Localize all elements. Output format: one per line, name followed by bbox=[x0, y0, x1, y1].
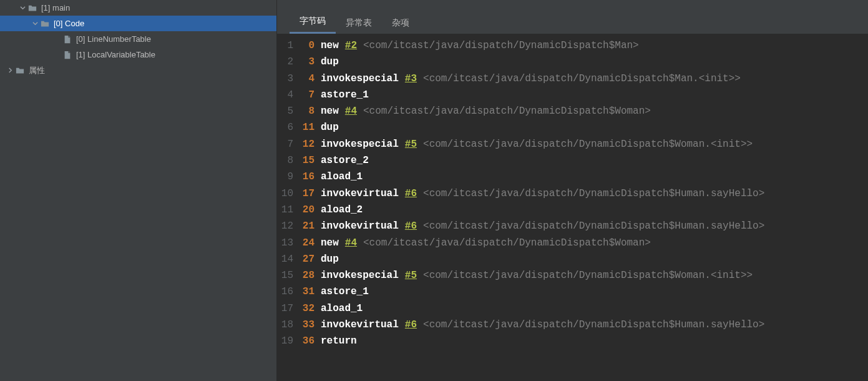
tab[interactable]: 异常表 bbox=[336, 14, 382, 34]
sidebar: [1] main[0] Code[0] LineNumberTable[1] L… bbox=[0, 0, 277, 381]
tree-item[interactable]: 属性 bbox=[0, 62, 276, 78]
tree-item[interactable]: [0] LineNumberTable bbox=[0, 31, 276, 47]
tree-item-label: 属性 bbox=[29, 65, 45, 76]
bytecode-comment: <com/itcast/java/dispatch/DynamicDispatc… bbox=[423, 218, 764, 234]
code-line[interactable]: 1221invokevirtual#6<com/itcast/java/disp… bbox=[277, 218, 868, 234]
tree-item[interactable]: [1] LocalVariableTable bbox=[0, 47, 276, 62]
tab[interactable]: 杂项 bbox=[382, 14, 419, 34]
code-line[interactable]: 1833invokevirtual#6<com/itcast/java/disp… bbox=[277, 317, 868, 333]
line-number: 11 bbox=[277, 202, 298, 218]
code-line[interactable]: 47astore_1 bbox=[277, 87, 868, 103]
bytecode-address: 0 bbox=[298, 37, 321, 54]
line-number: 1 bbox=[277, 37, 298, 54]
constant-pool-ref[interactable]: #6 bbox=[405, 317, 417, 333]
code-line[interactable]: 712invokespecial#5<com/itcast/java/dispa… bbox=[277, 136, 868, 152]
line-number: 19 bbox=[277, 333, 298, 349]
code-line[interactable]: 34invokespecial#3<com/itcast/java/dispat… bbox=[277, 71, 868, 87]
code-line[interactable]: 1427dup bbox=[277, 251, 868, 267]
bytecode-address: 27 bbox=[298, 251, 321, 267]
code-line[interactable]: 10new#2<com/itcast/java/dispatch/Dynamic… bbox=[277, 37, 868, 54]
tree-item[interactable]: [1] main bbox=[0, 0, 276, 16]
bytecode-opcode: invokespecial bbox=[321, 136, 399, 152]
bytecode-view[interactable]: 10new#2<com/itcast/java/dispatch/Dynamic… bbox=[277, 34, 868, 381]
constant-pool-ref[interactable]: #6 bbox=[405, 218, 417, 234]
chevron-down-icon[interactable] bbox=[17, 5, 27, 11]
file-tree: [1] main[0] Code[0] LineNumberTable[1] L… bbox=[0, 0, 276, 78]
code-line[interactable]: 1324new#4<com/itcast/java/dispatch/Dynam… bbox=[277, 235, 868, 251]
bytecode-opcode: astore_1 bbox=[321, 87, 369, 103]
bytecode-comment: <com/itcast/java/dispatch/DynamicDispatc… bbox=[423, 71, 741, 87]
bytecode-opcode: aload_2 bbox=[321, 202, 363, 218]
chevron-down-icon[interactable] bbox=[30, 21, 40, 26]
tree-item[interactable]: [0] Code bbox=[0, 16, 276, 31]
bytecode-comment: <com/itcast/java/dispatch/DynamicDispatc… bbox=[363, 235, 651, 251]
code-line[interactable]: 916aload_1 bbox=[277, 169, 868, 185]
line-number: 17 bbox=[277, 300, 298, 317]
bytecode-address: 21 bbox=[298, 218, 321, 234]
bytecode-address: 28 bbox=[298, 267, 321, 284]
line-number: 12 bbox=[277, 218, 298, 234]
code-line[interactable]: 1936return bbox=[277, 333, 868, 349]
bytecode-opcode: invokevirtual bbox=[321, 218, 399, 234]
bytecode-opcode: astore_1 bbox=[321, 284, 369, 300]
file-icon bbox=[62, 50, 72, 60]
code-line[interactable]: 1732aload_1 bbox=[277, 300, 868, 317]
code-line[interactable]: 58new#4<com/itcast/java/dispatch/Dynamic… bbox=[277, 103, 868, 119]
tab-bar: 字节码异常表杂项 bbox=[277, 0, 868, 34]
bytecode-opcode: new bbox=[321, 103, 339, 119]
code-line[interactable]: 1631astore_1 bbox=[277, 284, 868, 300]
main-panel: 字节码异常表杂项 10new#2<com/itcast/java/dispatc… bbox=[277, 0, 868, 381]
chevron-right-icon[interactable] bbox=[5, 67, 15, 73]
line-number: 9 bbox=[277, 169, 298, 185]
bytecode-address: 33 bbox=[298, 317, 321, 333]
bytecode-address: 4 bbox=[298, 71, 321, 87]
bytecode-opcode: dup bbox=[321, 251, 339, 267]
bytecode-address: 16 bbox=[298, 169, 321, 185]
line-number: 16 bbox=[277, 284, 298, 300]
bytecode-opcode: invokespecial bbox=[321, 267, 399, 284]
bytecode-address: 11 bbox=[298, 119, 321, 136]
bytecode-opcode: aload_1 bbox=[321, 300, 363, 317]
constant-pool-ref[interactable]: #4 bbox=[345, 103, 357, 119]
constant-pool-ref[interactable]: #3 bbox=[405, 71, 417, 87]
constant-pool-ref[interactable]: #5 bbox=[405, 136, 417, 152]
constant-pool-ref[interactable]: #6 bbox=[405, 186, 417, 202]
constant-pool-ref[interactable]: #2 bbox=[345, 37, 357, 54]
line-number: 4 bbox=[277, 87, 298, 103]
bytecode-comment: <com/itcast/java/dispatch/DynamicDispatc… bbox=[363, 103, 651, 119]
bytecode-opcode: astore_2 bbox=[321, 152, 369, 169]
line-number: 10 bbox=[277, 186, 298, 202]
line-number: 18 bbox=[277, 317, 298, 333]
constant-pool-ref[interactable]: #5 bbox=[405, 267, 417, 284]
bytecode-address: 31 bbox=[298, 284, 321, 300]
bytecode-comment: <com/itcast/java/dispatch/DynamicDispatc… bbox=[423, 317, 764, 333]
bytecode-comment: <com/itcast/java/dispatch/DynamicDispatc… bbox=[423, 186, 764, 202]
bytecode-address: 15 bbox=[298, 152, 321, 169]
code-line[interactable]: 23dup bbox=[277, 54, 868, 70]
bytecode-address: 8 bbox=[298, 103, 321, 119]
tab[interactable]: 字节码 bbox=[290, 12, 336, 34]
bytecode-comment: <com/itcast/java/dispatch/DynamicDispatc… bbox=[423, 267, 753, 284]
code-line[interactable]: 815astore_2 bbox=[277, 152, 868, 169]
bytecode-opcode: invokespecial bbox=[321, 71, 399, 87]
line-number: 2 bbox=[277, 54, 298, 70]
folder-icon bbox=[40, 19, 50, 29]
code-line[interactable]: 1120aload_2 bbox=[277, 202, 868, 218]
tree-item-label: [1] main bbox=[41, 3, 70, 12]
line-number: 8 bbox=[277, 152, 298, 169]
bytecode-opcode: new bbox=[321, 235, 339, 251]
folder-icon bbox=[27, 3, 37, 13]
bytecode-opcode: invokevirtual bbox=[321, 317, 399, 333]
code-line[interactable]: 611dup bbox=[277, 119, 868, 136]
bytecode-address: 36 bbox=[298, 333, 321, 349]
code-line[interactable]: 1528invokespecial#5<com/itcast/java/disp… bbox=[277, 267, 868, 284]
code-line[interactable]: 1017invokevirtual#6<com/itcast/java/disp… bbox=[277, 186, 868, 202]
constant-pool-ref[interactable]: #4 bbox=[345, 235, 357, 251]
line-number: 6 bbox=[277, 119, 298, 136]
bytecode-address: 7 bbox=[298, 87, 321, 103]
bytecode-address: 20 bbox=[298, 202, 321, 218]
bytecode-opcode: new bbox=[321, 37, 339, 54]
bytecode-opcode: dup bbox=[321, 119, 339, 136]
folder-icon bbox=[15, 66, 25, 76]
bytecode-address: 24 bbox=[298, 235, 321, 251]
